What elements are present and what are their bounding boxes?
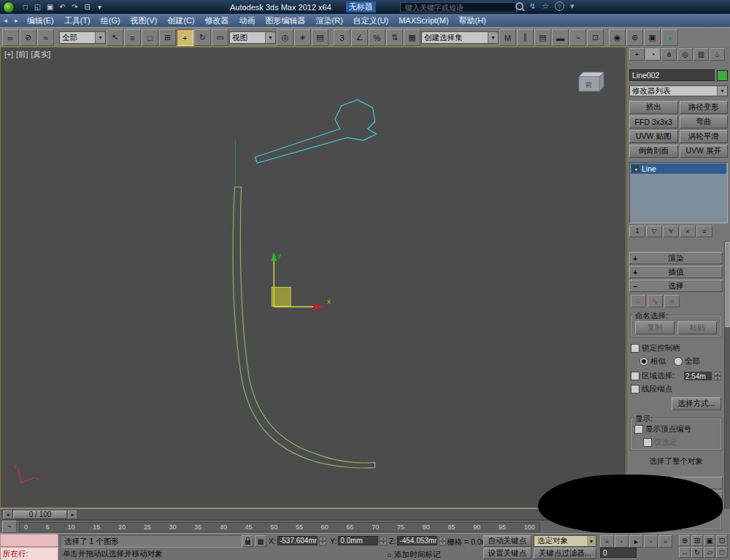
bind-to-spacewarp-icon[interactable]: ≈ (37, 29, 54, 46)
menu-rendering[interactable]: 渲染(R) (311, 14, 348, 27)
menu-graph-editors[interactable]: 图形编辑器 (261, 14, 311, 27)
previous-frame-icon[interactable]: ◂ (3, 510, 12, 519)
open-file-icon[interactable]: ◱ (31, 1, 44, 12)
modifier-turbosmooth-button[interactable]: 涡轮平滑 (680, 130, 729, 143)
zoom-all-icon[interactable]: ⊞ (691, 535, 703, 546)
spin-down-icon[interactable]: ▾ (439, 541, 446, 545)
menu-edit[interactable]: 编辑(E) (22, 14, 59, 27)
render-production-icon[interactable]: ● (661, 29, 678, 46)
window-crossing-icon[interactable]: ⊞ (159, 29, 176, 46)
viewcube[interactable]: 前 (573, 69, 607, 94)
object-name-field[interactable]: Line002 (629, 69, 715, 81)
menu-create[interactable]: 创建(C) (162, 14, 199, 27)
select-and-link-icon[interactable]: ∞ (2, 29, 19, 46)
spin-down-icon[interactable]: ▾ (380, 541, 387, 545)
chevron-down-icon[interactable]: ▾ (587, 536, 596, 546)
orbit-icon[interactable]: ↻ (691, 547, 703, 558)
similar-radio[interactable] (639, 357, 648, 366)
selection-set-dropdown[interactable]: 选定对象 ▾ (534, 535, 596, 547)
modifier-ffd-button[interactable]: FFD 3x3x3 (629, 115, 678, 129)
ribbon-toggle-icon[interactable]: ▬ (552, 29, 569, 46)
modifier-uvwmap-button[interactable]: UVW 贴图 (629, 130, 678, 143)
next-key-icon[interactable]: › (644, 535, 658, 548)
select-and-rotate-icon[interactable]: ↻ (194, 29, 211, 46)
chevron-down-icon[interactable]: ▾ (95, 32, 105, 43)
go-to-start-icon[interactable]: « (600, 535, 614, 548)
maximize-viewport-icon[interactable]: □ (716, 547, 728, 558)
area-threshold-spinner[interactable]: ▴ ▾ (714, 372, 721, 380)
lock-handles-checkbox[interactable] (631, 344, 639, 353)
absolute-mode-toggle[interactable]: ▦ (255, 535, 266, 547)
key-filters-button[interactable]: 关键点过滤器... (534, 548, 596, 559)
zoom-region-icon[interactable]: ⊡ (716, 535, 728, 546)
paste-button[interactable]: 粘贴 (677, 321, 717, 334)
angle-snap-icon[interactable]: ∠ (351, 29, 368, 46)
modifier-unwrap-button[interactable]: UVW 展开 (680, 145, 729, 158)
time-slider[interactable]: ◂ 0 / 100 ▸ (0, 508, 626, 520)
viewport-canvas[interactable]: y x y x (1, 47, 626, 507)
rollout-selection[interactable]: − 选择 (629, 280, 723, 292)
project-folder-icon[interactable]: ⊟ (81, 1, 93, 12)
segment-end-checkbox[interactable] (631, 385, 639, 394)
select-object-icon[interactable]: ↖ (107, 29, 123, 46)
set-key-button[interactable]: 设置关键点 (483, 548, 531, 559)
select-and-move-icon[interactable]: + (177, 29, 193, 46)
infocenter-arrow-icon[interactable]: ▾ (570, 1, 575, 11)
z-value-field[interactable]: -454.053mm (397, 536, 437, 545)
selection-lock-toggle[interactable] (242, 535, 253, 547)
area-threshold-field[interactable]: 2.54m (684, 372, 712, 380)
tab-motion-icon[interactable]: ◎ (677, 48, 693, 61)
tab-display-icon[interactable]: ▥ (694, 48, 709, 61)
mirror-icon[interactable]: M (499, 29, 516, 46)
copy-button[interactable]: 复制 (635, 321, 675, 334)
select-by-button[interactable]: 选择方式... (672, 397, 721, 410)
chevron-down-icon[interactable]: ▾ (265, 32, 275, 43)
keyboard-override-icon[interactable]: ▤ (312, 29, 328, 46)
auto-key-button[interactable]: 自动关键点 (483, 535, 531, 547)
z-spinner[interactable]: ▴▾ (439, 537, 446, 545)
visibility-bulb-icon[interactable]: ● (632, 165, 639, 172)
modifier-extrude-button[interactable]: 挤出 (629, 101, 678, 114)
modifier-pathdeform-button[interactable]: 路径变形 (680, 101, 729, 114)
undo-icon[interactable]: ↶ (56, 1, 69, 12)
menu-maxscript[interactable]: MAXScript(M) (393, 14, 453, 27)
unlink-selection-icon[interactable]: ⊘ (20, 29, 36, 46)
modifier-stack[interactable]: ● Line (629, 162, 728, 223)
selected-line-spline[interactable] (233, 187, 375, 468)
edit-named-sets-icon[interactable]: ▦ (404, 29, 420, 46)
field-of-view-icon[interactable]: ▱ (704, 547, 715, 558)
viewport-menu-general[interactable]: [+] (4, 50, 13, 60)
help-icon[interactable]: ? (555, 1, 564, 11)
add-time-tag[interactable]: ○ 添加时间标记 (387, 550, 440, 560)
x-value-field[interactable]: -537.604mm (277, 536, 318, 545)
spin-down-icon[interactable]: ▾ (319, 541, 326, 545)
rollout-rendering[interactable]: + 渲染 (629, 252, 723, 264)
named-selection-sets-dropdown[interactable]: 创建选择集 ▾ (421, 31, 499, 44)
mini-curve-editor-icon[interactable]: ~ (2, 521, 17, 533)
select-by-name-icon[interactable]: ≡ (124, 29, 141, 46)
tab-modify-icon[interactable]: ◔ (645, 48, 661, 61)
show-end-result-icon[interactable]: ▽ (646, 226, 662, 237)
select-and-manipulate-icon[interactable]: ∗ (294, 29, 311, 46)
menu-modifiers[interactable]: 修改器 (200, 14, 234, 27)
move-gizmo[interactable]: y x (271, 251, 331, 310)
x-spinner[interactable]: ▴▾ (319, 537, 326, 545)
material-editor-icon[interactable]: ◉ (609, 29, 626, 46)
pan-icon[interactable]: ↔ (679, 547, 691, 558)
snap-toggle-icon[interactable]: 3 (334, 29, 350, 46)
all-radio[interactable] (674, 357, 683, 366)
cyan-spline-shape[interactable] (255, 100, 376, 164)
next-frame-icon[interactable]: ▸ (68, 510, 77, 519)
maxscript-listener-line[interactable]: 所在行: (0, 547, 58, 560)
menu-tools[interactable]: 工具(T) (59, 14, 96, 27)
menu-group[interactable]: 组(G) (96, 14, 126, 27)
favorites-icon[interactable]: ☆ (542, 1, 549, 11)
show-vertex-numbers-checkbox[interactable] (634, 425, 643, 434)
save-file-icon[interactable]: ▣ (44, 1, 56, 12)
chevron-down-icon[interactable]: ▾ (717, 86, 727, 96)
rendered-frame-icon[interactable]: ▣ (644, 29, 661, 46)
menu-help[interactable]: 帮助(H) (454, 14, 491, 27)
object-color-swatch[interactable] (717, 70, 728, 81)
selection-filter-dropdown[interactable]: 全部 ▾ (59, 31, 106, 44)
spinner-snap-icon[interactable]: ⇅ (386, 29, 403, 46)
